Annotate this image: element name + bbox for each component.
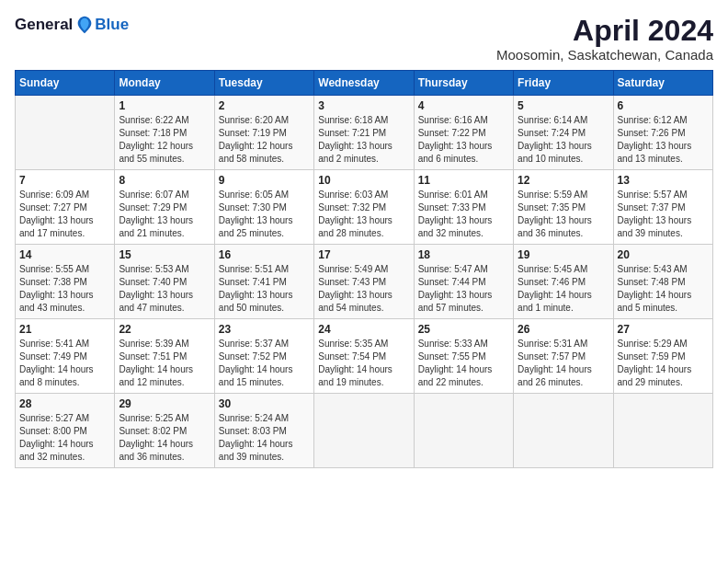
day-number: 15 <box>119 248 210 261</box>
calendar-week-5: 28Sunrise: 5:27 AM Sunset: 8:00 PM Dayli… <box>16 394 713 468</box>
calendar-week-1: 1Sunrise: 6:22 AM Sunset: 7:18 PM Daylig… <box>16 96 713 170</box>
day-number: 9 <box>219 174 310 187</box>
day-info: Sunrise: 5:59 AM Sunset: 7:35 PM Dayligh… <box>518 189 609 240</box>
day-number: 8 <box>119 174 210 187</box>
day-info: Sunrise: 5:24 AM Sunset: 8:03 PM Dayligh… <box>219 412 310 464</box>
calendar-cell: 27Sunrise: 5:29 AM Sunset: 7:59 PM Dayli… <box>613 319 712 394</box>
calendar-cell: 20Sunrise: 5:43 AM Sunset: 7:48 PM Dayli… <box>613 245 712 319</box>
day-info: Sunrise: 6:14 AM Sunset: 7:24 PM Dayligh… <box>518 114 609 166</box>
calendar-cell: 11Sunrise: 6:01 AM Sunset: 7:33 PM Dayli… <box>414 170 513 245</box>
day-number: 13 <box>618 174 709 187</box>
calendar-cell: 8Sunrise: 6:07 AM Sunset: 7:29 PM Daylig… <box>115 170 214 245</box>
calendar-cell: 22Sunrise: 5:39 AM Sunset: 7:51 PM Dayli… <box>115 319 214 394</box>
day-number: 16 <box>219 248 310 261</box>
calendar-week-2: 7Sunrise: 6:09 AM Sunset: 7:27 PM Daylig… <box>16 170 713 245</box>
day-info: Sunrise: 5:25 AM Sunset: 8:02 PM Dayligh… <box>119 412 210 464</box>
day-info: Sunrise: 5:35 AM Sunset: 7:54 PM Dayligh… <box>318 338 409 389</box>
day-number: 21 <box>19 323 110 336</box>
day-info: Sunrise: 5:55 AM Sunset: 7:38 PM Dayligh… <box>19 263 110 315</box>
day-number: 23 <box>219 323 310 336</box>
column-header-tuesday: Tuesday <box>214 71 313 96</box>
day-number: 25 <box>418 323 509 336</box>
day-number: 5 <box>518 99 609 112</box>
day-number: 28 <box>19 397 110 410</box>
calendar-table: SundayMondayTuesdayWednesdayThursdayFrid… <box>15 70 713 468</box>
day-number: 12 <box>518 174 609 187</box>
calendar-cell: 17Sunrise: 5:49 AM Sunset: 7:43 PM Dayli… <box>314 245 414 319</box>
day-number: 4 <box>418 99 509 112</box>
calendar-subtitle: Moosomin, Saskatchewan, Canada <box>496 47 713 63</box>
calendar-cell: 19Sunrise: 5:45 AM Sunset: 7:46 PM Dayli… <box>514 245 613 319</box>
calendar-body: 1Sunrise: 6:22 AM Sunset: 7:18 PM Daylig… <box>16 96 713 468</box>
calendar-cell: 7Sunrise: 6:09 AM Sunset: 7:27 PM Daylig… <box>16 170 115 245</box>
calendar-cell: 21Sunrise: 5:41 AM Sunset: 7:49 PM Dayli… <box>16 319 115 394</box>
logo-general-text: General <box>15 16 73 34</box>
day-number: 17 <box>318 248 409 261</box>
calendar-cell: 4Sunrise: 6:16 AM Sunset: 7:22 PM Daylig… <box>414 96 513 170</box>
day-number: 24 <box>318 323 409 336</box>
day-info: Sunrise: 5:39 AM Sunset: 7:51 PM Dayligh… <box>119 338 210 389</box>
day-info: Sunrise: 5:37 AM Sunset: 7:52 PM Dayligh… <box>219 338 310 389</box>
calendar-cell: 16Sunrise: 5:51 AM Sunset: 7:41 PM Dayli… <box>214 245 313 319</box>
day-number: 27 <box>618 323 709 336</box>
column-header-sunday: Sunday <box>16 71 115 96</box>
day-number: 18 <box>418 248 509 261</box>
day-info: Sunrise: 6:01 AM Sunset: 7:33 PM Dayligh… <box>418 189 509 240</box>
day-info: Sunrise: 6:05 AM Sunset: 7:30 PM Dayligh… <box>219 189 310 240</box>
day-info: Sunrise: 5:47 AM Sunset: 7:44 PM Dayligh… <box>418 263 509 315</box>
calendar-cell: 2Sunrise: 6:20 AM Sunset: 7:19 PM Daylig… <box>214 96 313 170</box>
day-info: Sunrise: 5:51 AM Sunset: 7:41 PM Dayligh… <box>219 263 310 315</box>
calendar-cell: 9Sunrise: 6:05 AM Sunset: 7:30 PM Daylig… <box>214 170 313 245</box>
calendar-header-row: SundayMondayTuesdayWednesdayThursdayFrid… <box>16 71 713 96</box>
day-info: Sunrise: 5:29 AM Sunset: 7:59 PM Dayligh… <box>618 338 709 389</box>
day-info: Sunrise: 5:43 AM Sunset: 7:48 PM Dayligh… <box>618 263 709 315</box>
calendar-cell: 12Sunrise: 5:59 AM Sunset: 7:35 PM Dayli… <box>514 170 613 245</box>
column-header-wednesday: Wednesday <box>314 71 414 96</box>
day-number: 3 <box>318 99 409 112</box>
day-number: 20 <box>618 248 709 261</box>
calendar-cell: 23Sunrise: 5:37 AM Sunset: 7:52 PM Dayli… <box>214 319 313 394</box>
day-info: Sunrise: 5:57 AM Sunset: 7:37 PM Dayligh… <box>618 189 709 240</box>
calendar-week-3: 14Sunrise: 5:55 AM Sunset: 7:38 PM Dayli… <box>16 245 713 319</box>
calendar-cell <box>514 394 613 468</box>
page-header: General Blue April 2024 Moosomin, Saskat… <box>15 15 713 63</box>
day-info: Sunrise: 6:22 AM Sunset: 7:18 PM Dayligh… <box>119 114 210 166</box>
day-number: 2 <box>219 99 310 112</box>
day-number: 6 <box>618 99 709 112</box>
day-info: Sunrise: 6:09 AM Sunset: 7:27 PM Dayligh… <box>19 189 110 240</box>
calendar-cell: 5Sunrise: 6:14 AM Sunset: 7:24 PM Daylig… <box>514 96 613 170</box>
calendar-cell: 30Sunrise: 5:24 AM Sunset: 8:03 PM Dayli… <box>214 394 313 468</box>
calendar-cell: 29Sunrise: 5:25 AM Sunset: 8:02 PM Dayli… <box>115 394 214 468</box>
logo-blue-text: Blue <box>95 16 129 34</box>
day-info: Sunrise: 6:20 AM Sunset: 7:19 PM Dayligh… <box>219 114 310 166</box>
day-info: Sunrise: 6:03 AM Sunset: 7:32 PM Dayligh… <box>318 189 409 240</box>
column-header-saturday: Saturday <box>613 71 712 96</box>
day-info: Sunrise: 6:18 AM Sunset: 7:21 PM Dayligh… <box>318 114 409 166</box>
day-info: Sunrise: 5:45 AM Sunset: 7:46 PM Dayligh… <box>518 263 609 315</box>
calendar-cell: 3Sunrise: 6:18 AM Sunset: 7:21 PM Daylig… <box>314 96 414 170</box>
day-number: 7 <box>19 174 110 187</box>
column-header-monday: Monday <box>115 71 214 96</box>
day-info: Sunrise: 5:49 AM Sunset: 7:43 PM Dayligh… <box>318 263 409 315</box>
day-number: 30 <box>219 397 310 410</box>
calendar-cell: 15Sunrise: 5:53 AM Sunset: 7:40 PM Dayli… <box>115 245 214 319</box>
day-number: 14 <box>19 248 110 261</box>
day-number: 26 <box>518 323 609 336</box>
calendar-cell: 6Sunrise: 6:12 AM Sunset: 7:26 PM Daylig… <box>613 96 712 170</box>
logo-icon <box>74 15 95 35</box>
day-number: 10 <box>318 174 409 187</box>
day-info: Sunrise: 6:12 AM Sunset: 7:26 PM Dayligh… <box>618 114 709 166</box>
calendar-cell <box>414 394 513 468</box>
calendar-cell <box>314 394 414 468</box>
day-info: Sunrise: 6:07 AM Sunset: 7:29 PM Dayligh… <box>119 189 210 240</box>
calendar-title: April 2024 <box>496 15 713 47</box>
day-info: Sunrise: 5:53 AM Sunset: 7:40 PM Dayligh… <box>119 263 210 315</box>
calendar-cell: 24Sunrise: 5:35 AM Sunset: 7:54 PM Dayli… <box>314 319 414 394</box>
calendar-cell: 28Sunrise: 5:27 AM Sunset: 8:00 PM Dayli… <box>16 394 115 468</box>
calendar-cell: 14Sunrise: 5:55 AM Sunset: 7:38 PM Dayli… <box>16 245 115 319</box>
calendar-cell: 13Sunrise: 5:57 AM Sunset: 7:37 PM Dayli… <box>613 170 712 245</box>
calendar-cell: 18Sunrise: 5:47 AM Sunset: 7:44 PM Dayli… <box>414 245 513 319</box>
day-number: 11 <box>418 174 509 187</box>
calendar-week-4: 21Sunrise: 5:41 AM Sunset: 7:49 PM Dayli… <box>16 319 713 394</box>
calendar-cell: 1Sunrise: 6:22 AM Sunset: 7:18 PM Daylig… <box>115 96 214 170</box>
